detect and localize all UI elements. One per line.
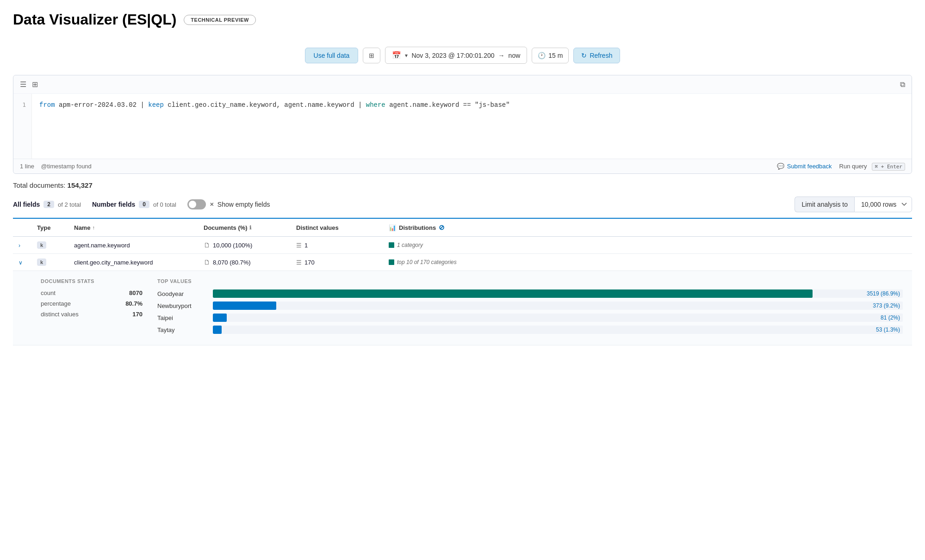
top-value-bar-fill-taytay [213, 326, 222, 334]
toggle-slider [187, 199, 206, 209]
submit-feedback-button[interactable]: 💬 Submit feedback [777, 163, 832, 170]
all-fields-label: All fields [13, 201, 40, 208]
top-values-panel: TOP VALUES Goodyear 3519 (86.9%) [143, 278, 903, 336]
number-fields-group: Number fields 0 of 0 total [92, 201, 176, 208]
docs-header: Documents (%) ℹ [204, 224, 285, 231]
top-value-row-newburyport: Newburyport 373 (9.2%) [157, 302, 903, 310]
type-cell-1: k [31, 237, 68, 254]
toggle-x-label: ✕ [210, 202, 214, 208]
query-content[interactable]: from apm-error-2024.03.02 | keep client.… [32, 94, 912, 159]
top-value-bar-taytay: 53 (1.3%) [213, 326, 903, 334]
clock-icon: 🕐 [538, 52, 546, 59]
fields-header: All fields 2 of 2 total Number fields 0 … [13, 197, 912, 212]
all-fields-total: of 2 total [58, 201, 81, 208]
top-value-row-taipei: Taipei 81 (2%) [157, 314, 903, 322]
top-value-bar-taipei: 81 (2%) [213, 314, 903, 322]
calendar-icon: 📅 [392, 51, 401, 60]
limit-analysis-control: Limit analysis to 10,000 rows [795, 197, 912, 212]
toolbar: Use full data ⊞ 📅 ▾ Nov 3, 2023 @ 17:00:… [13, 43, 912, 68]
results-section: Total documents: 154,327 All fields 2 of… [13, 174, 912, 353]
chevron-right-icon: › [19, 242, 20, 249]
expanded-detail-cell: DOCUMENTS STATS count 8070 percentage 80… [13, 271, 912, 345]
time-range-picker[interactable]: 📅 ▾ Nov 3, 2023 @ 17:00:01.200 → now [385, 47, 527, 64]
limit-select[interactable]: 10,000 rows [854, 197, 912, 212]
top-value-row-goodyear: Goodyear 3519 (86.9%) [157, 289, 903, 298]
top-value-bar-fill-taipei [213, 314, 227, 322]
run-query-label: Run query ⌘ + Enter [839, 163, 905, 170]
table-header-row: Type Name ↑ Documents (%) ℹ Distinct v [13, 218, 912, 237]
expanded-content: DOCUMENTS STATS count 8070 percentage 80… [13, 271, 912, 345]
chevron-down-icon-row: ∨ [19, 259, 23, 266]
data-table: Type Name ↑ Documents (%) ℹ Distinct v [13, 218, 912, 345]
query-editor-body[interactable]: 1 from apm-error-2024.03.02 | keep clien… [13, 94, 912, 159]
show-empty-toggle[interactable] [187, 199, 206, 209]
docs-icon-1: 🗋 [204, 241, 210, 249]
name-cell-2: client.geo.city_name.keyword [68, 254, 198, 271]
top-value-bar-fill-newburyport [213, 302, 276, 310]
show-empty-label: Show empty fields [217, 201, 270, 208]
top-value-label-goodyear: Goodyear [157, 290, 213, 297]
expand-button-2[interactable]: ∨ [19, 258, 23, 266]
table-row: ∨ k client.geo.city_name.keyword 🗋 8,070… [13, 254, 912, 271]
distinct-icon-2: ☰ [296, 259, 302, 266]
time-range-start: Nov 3, 2023 @ 17:00:01.200 [411, 52, 494, 59]
stat-label-pct: percentage [41, 300, 71, 307]
query-editor-container: ☰ ⊞ ⧉ 1 from apm-error-2024.03.02 | keep… [13, 75, 912, 174]
name-sort-control[interactable]: Name ↑ [74, 224, 192, 231]
number-fields-count-badge: 0 [139, 201, 149, 208]
refresh-interval-value: 15 m [548, 52, 563, 59]
all-fields-count-badge: 2 [43, 201, 54, 208]
refresh-button[interactable]: ↻ Refresh [573, 48, 620, 63]
expand-button-1[interactable]: › [19, 241, 20, 249]
col-header-type: Type [31, 218, 68, 237]
top-value-label-newburyport: Newburyport [157, 302, 213, 309]
sort-up-icon: ↑ [92, 225, 95, 230]
stat-label-count: count [41, 289, 56, 296]
dist-chart-icon: 📊 [389, 224, 396, 231]
dist-text-2: top 10 of 170 categories [397, 259, 457, 265]
dist-cell-1: 1 category [383, 237, 912, 254]
distinct-cell-1: ☰ 1 [291, 237, 383, 254]
info-icon[interactable]: ℹ [249, 225, 251, 231]
query-from-keyword: from [39, 101, 55, 109]
top-value-bar-goodyear: 3519 (86.9%) [213, 289, 903, 298]
type-cell-2: k [31, 254, 68, 271]
query-pipe1: | [140, 101, 148, 109]
docs-cell-2: 🗋 8,070 (80.7%) [198, 254, 291, 271]
top-value-count-taipei: 81 (2%) [881, 314, 900, 321]
top-value-count-newburyport: 373 (9.2%) [873, 302, 900, 309]
query-index-name: apm-error-2024.03.02 [59, 101, 140, 109]
dist-bar-1 [389, 242, 394, 248]
col-header-distributions: 📊 Distributions ⊘ [383, 218, 912, 237]
name-cell-1: agent.name.keyword [68, 237, 198, 254]
expand-cell-2[interactable]: ∨ [13, 254, 31, 271]
stat-value-distinct: 170 [132, 311, 143, 318]
docs-cell-1: 🗋 10,000 (100%) [198, 237, 291, 254]
distinct-icon-1: ☰ [296, 242, 302, 249]
top-value-count-goodyear: 3519 (86.9%) [867, 290, 900, 297]
top-value-label-taytay: Taytay [157, 326, 213, 333]
copy-icon[interactable]: ⧉ [900, 80, 905, 89]
use-full-data-button[interactable]: Use full data [305, 48, 359, 63]
docs-icon-2: 🗋 [204, 258, 210, 266]
query-fields: client.geo.city_name.keyword, agent.name… [168, 101, 358, 109]
stat-row-pct: percentage 80.7% [41, 300, 143, 307]
type-badge-1: k [37, 241, 46, 249]
top-value-label-taipei: Taipei [157, 314, 213, 321]
timestamp-status: @timestamp found [41, 163, 92, 170]
editor-list-icon: ☰ [20, 80, 26, 89]
expand-cell-1[interactable]: › [13, 237, 31, 254]
query-condition: agent.name.keyword == "js-base" [389, 101, 509, 109]
col-header-documents: Documents (%) ℹ [198, 218, 291, 237]
grid-button[interactable]: ⊞ [363, 48, 380, 63]
distinct-cell-2: ☰ 170 [291, 254, 383, 271]
line-count: 1 line [20, 163, 34, 170]
refresh-interval-picker[interactable]: 🕐 15 m [532, 48, 569, 63]
tech-preview-badge: TECHNICAL PREVIEW [184, 15, 256, 25]
doc-stats-panel: DOCUMENTS STATS count 8070 percentage 80… [41, 278, 143, 336]
query-where-keyword: where [366, 101, 385, 109]
all-fields-group: All fields 2 of 2 total [13, 201, 81, 208]
dist-toggle-icon[interactable]: ⊘ [439, 223, 445, 232]
top-value-bar-fill-goodyear [213, 289, 813, 298]
feedback-icon: 💬 [777, 163, 784, 170]
